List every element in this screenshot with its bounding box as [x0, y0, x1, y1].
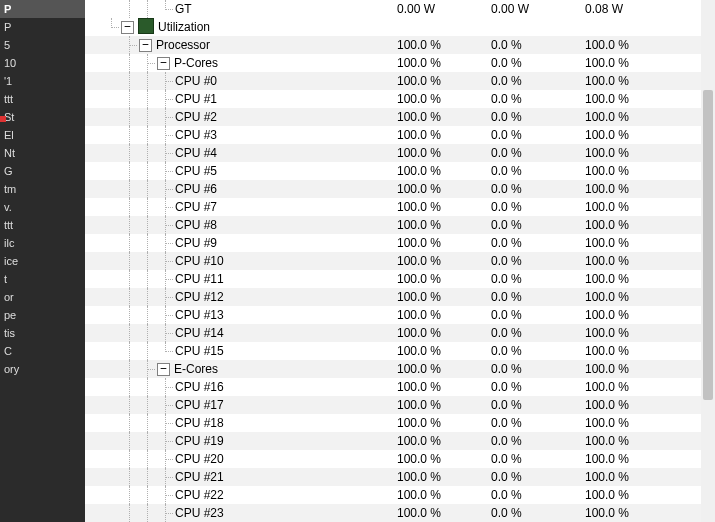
- tree-row[interactable]: CPU #18100.0 %0.0 %100.0 %: [85, 414, 701, 432]
- value-cell: 0.0 %: [491, 54, 585, 72]
- tree-row-label: CPU #3: [175, 128, 217, 142]
- tree-row[interactable]: CPU #14100.0 %0.0 %100.0 %: [85, 324, 701, 342]
- value-cell: 0.0 %: [491, 180, 585, 198]
- bg-row: ory: [0, 360, 85, 378]
- tree-row[interactable]: CPU #9100.0 %0.0 %100.0 %: [85, 234, 701, 252]
- tree-row-label: CPU #0: [175, 74, 217, 88]
- bg-row: El: [0, 126, 85, 144]
- value-cell: 100.0 %: [585, 36, 701, 54]
- tree-row[interactable]: CPU #11100.0 %0.0 %100.0 %: [85, 270, 701, 288]
- tree-row[interactable]: CPU #17100.0 %0.0 %100.0 %: [85, 396, 701, 414]
- tree-row[interactable]: CPU #7100.0 %0.0 %100.0 %: [85, 198, 701, 216]
- value-cell: 100.0 %: [585, 54, 701, 72]
- value-cell: 100.0 %: [397, 108, 491, 126]
- tree-row[interactable]: CPU #23100.0 %0.0 %100.0 %: [85, 504, 701, 522]
- bg-row: C: [0, 342, 85, 360]
- tree-row-label: E-Cores: [174, 362, 218, 376]
- bg-row: t: [0, 270, 85, 288]
- vertical-scrollbar[interactable]: [701, 0, 715, 522]
- tree-indent: [85, 378, 175, 396]
- tree-row[interactable]: CPU #20100.0 %0.0 %100.0 %: [85, 450, 701, 468]
- tree-row[interactable]: CPU #21100.0 %0.0 %100.0 %: [85, 468, 701, 486]
- value-cell: 100.0 %: [585, 180, 701, 198]
- value-cell: 0.0 %: [491, 36, 585, 54]
- tree-indent: [85, 486, 175, 504]
- value-cell: 100.0 %: [585, 486, 701, 504]
- tree-row-label: CPU #11: [175, 272, 224, 286]
- tree-row[interactable]: CPU #0100.0 %0.0 %100.0 %: [85, 72, 701, 90]
- value-cell: 100.0 %: [397, 378, 491, 396]
- tree-indent: [85, 72, 175, 90]
- tree-collapse-toggle[interactable]: [139, 39, 152, 52]
- tree-collapse-toggle[interactable]: [157, 363, 170, 376]
- value-cell: 0.0 %: [491, 162, 585, 180]
- tree-row[interactable]: CPU #8100.0 %0.0 %100.0 %: [85, 216, 701, 234]
- tree-row[interactable]: CPU #22100.0 %0.0 %100.0 %: [85, 486, 701, 504]
- tree-row[interactable]: CPU #10100.0 %0.0 %100.0 %: [85, 252, 701, 270]
- tree-row[interactable]: CPU #13100.0 %0.0 %100.0 %: [85, 306, 701, 324]
- value-cell: 100.0 %: [585, 162, 701, 180]
- tree-row-label: GT: [175, 2, 192, 16]
- tree-indent: [85, 432, 175, 450]
- tree-row[interactable]: Processor100.0 %0.0 %100.0 %: [85, 36, 701, 54]
- value-cell: 100.0 %: [585, 126, 701, 144]
- tree-row-label: CPU #1: [175, 92, 217, 106]
- bg-row: P: [0, 18, 85, 36]
- value-cell: 100.0 %: [585, 432, 701, 450]
- bg-row: 10: [0, 54, 85, 72]
- tree-indent: [85, 216, 175, 234]
- value-cell: 100.0 %: [585, 288, 701, 306]
- value-cell: 0.0 %: [491, 108, 585, 126]
- tree-row[interactable]: CPU #15100.0 %0.0 %100.0 %: [85, 342, 701, 360]
- tree-row[interactable]: E-Cores100.0 %0.0 %100.0 %: [85, 360, 701, 378]
- tree-row[interactable]: CPU #3100.0 %0.0 %100.0 %: [85, 126, 701, 144]
- bg-row: G: [0, 162, 85, 180]
- tree-row[interactable]: CPU #5100.0 %0.0 %100.0 %: [85, 162, 701, 180]
- tree-indent: [85, 126, 175, 144]
- value-cell: 0.0 %: [491, 270, 585, 288]
- value-cell: [585, 18, 701, 36]
- tree-row-label: CPU #2: [175, 110, 217, 124]
- value-cell: 0.0 %: [491, 324, 585, 342]
- tree-row[interactable]: CPU #12100.0 %0.0 %100.0 %: [85, 288, 701, 306]
- tree-row-label: CPU #22: [175, 488, 224, 502]
- tree-indent: [85, 18, 121, 36]
- value-cell: 0.00 W: [397, 0, 491, 18]
- tree-row[interactable]: CPU #16100.0 %0.0 %100.0 %: [85, 378, 701, 396]
- tree-collapse-toggle[interactable]: [157, 57, 170, 70]
- tree-indent: [85, 504, 175, 522]
- tree-row-label: CPU #19: [175, 434, 224, 448]
- tree-row[interactable]: CPU #19100.0 %0.0 %100.0 %: [85, 432, 701, 450]
- value-cell: 0.0 %: [491, 378, 585, 396]
- sensor-tree-scroll[interactable]: GT0.00 W0.00 W0.08 WUtilizationProcessor…: [85, 0, 701, 522]
- tree-indent: [85, 162, 175, 180]
- tree-indent: [85, 360, 157, 378]
- bg-row: pe: [0, 306, 85, 324]
- tree-row[interactable]: CPU #1100.0 %0.0 %100.0 %: [85, 90, 701, 108]
- tree-row[interactable]: CPU #4100.0 %0.0 %100.0 %: [85, 144, 701, 162]
- tree-indent: [85, 54, 157, 72]
- tree-indent: [85, 180, 175, 198]
- value-cell: 100.0 %: [585, 450, 701, 468]
- tree-row[interactable]: CPU #6100.0 %0.0 %100.0 %: [85, 180, 701, 198]
- value-cell: 100.0 %: [585, 324, 701, 342]
- value-cell: 100.0 %: [397, 36, 491, 54]
- tree-row[interactable]: CPU #2100.0 %0.0 %100.0 %: [85, 108, 701, 126]
- tree-row[interactable]: GT0.00 W0.00 W0.08 W: [85, 0, 701, 18]
- vertical-scrollbar-thumb[interactable]: [703, 90, 713, 400]
- value-cell: 100.0 %: [585, 342, 701, 360]
- value-cell: 100.0 %: [585, 90, 701, 108]
- tree-collapse-toggle[interactable]: [121, 21, 134, 34]
- tree-row-label: CPU #18: [175, 416, 224, 430]
- tree-indent: [85, 234, 175, 252]
- tree-row-label: P-Cores: [174, 56, 218, 70]
- value-cell: 100.0 %: [585, 468, 701, 486]
- tree-row[interactable]: P-Cores100.0 %0.0 %100.0 %: [85, 54, 701, 72]
- bg-row: '1: [0, 72, 85, 90]
- value-cell: 0.0 %: [491, 396, 585, 414]
- bg-row: ilc: [0, 234, 85, 252]
- value-cell: 0.0 %: [491, 432, 585, 450]
- value-cell: 100.0 %: [585, 360, 701, 378]
- tree-indent: [85, 198, 175, 216]
- tree-row[interactable]: Utilization: [85, 18, 701, 36]
